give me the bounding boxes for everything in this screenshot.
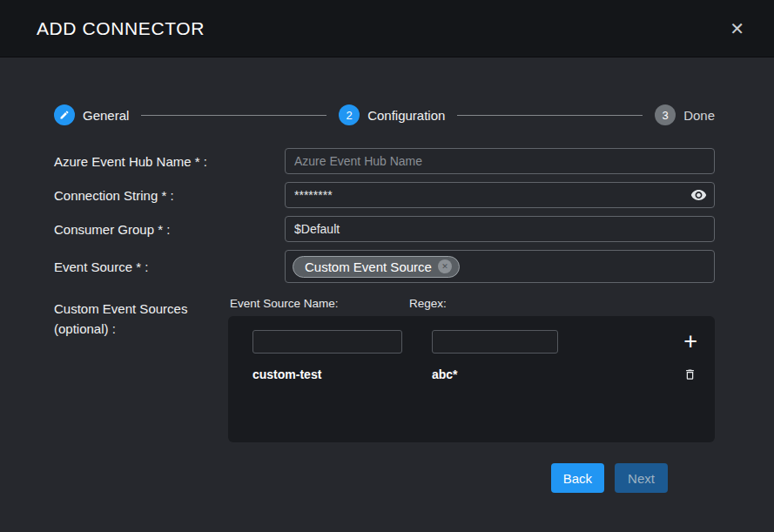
modal-title: ADD CONNECTOR [37, 18, 205, 39]
step-connector-line [141, 115, 326, 116]
consumer-group-control [285, 216, 715, 242]
new-source-row: + [252, 330, 699, 354]
stepper: General 2 Configuration 3 Done [54, 104, 715, 125]
consumer-group-label: Consumer Group * : [54, 222, 285, 237]
modal-footer: Back Next [54, 463, 668, 493]
event-source-label: Event Source * : [54, 259, 285, 274]
step-done[interactable]: 3 Done [655, 104, 715, 125]
new-source-regex-input[interactable] [432, 330, 558, 354]
modal-header: ADD CONNECTOR ✕ [0, 0, 774, 57]
step-3-number-icon: 3 [655, 104, 676, 125]
configuration-form: Azure Event Hub Name * : Connection Stri… [54, 148, 715, 493]
connection-string-row: Connection String * : [54, 182, 715, 208]
show-password-button[interactable] [690, 187, 707, 204]
regex-column-header: Regex: [409, 297, 715, 310]
eye-icon [690, 187, 707, 204]
chip-remove-icon[interactable]: ✕ [438, 259, 452, 273]
delete-source-button[interactable] [681, 367, 699, 381]
source-regex-value: abc* [432, 367, 673, 381]
event-source-chip[interactable]: Custom Event Source ✕ [293, 256, 460, 278]
custom-sources-headers: Event Source Name: Regex: [228, 297, 715, 310]
pencil-icon [54, 104, 75, 125]
connection-string-input[interactable] [285, 182, 715, 208]
plus-icon: + [683, 328, 697, 354]
custom-sources-panel: + custom-test abc* [228, 316, 715, 442]
connection-string-label: Connection String * : [54, 188, 285, 203]
next-button[interactable]: Next [615, 463, 668, 493]
hub-name-row: Azure Event Hub Name * : [54, 148, 715, 174]
step-2-number-icon: 2 [339, 104, 360, 125]
step-configuration-label: Configuration [367, 108, 445, 123]
connection-string-control [285, 182, 715, 208]
back-button[interactable]: Back [551, 463, 604, 493]
step-configuration[interactable]: 2 Configuration [339, 104, 445, 125]
source-name-value: custom-test [252, 367, 432, 381]
step-general[interactable]: General [54, 104, 129, 125]
step-general-label: General [83, 108, 129, 123]
custom-sources-row: Custom Event Sources (optional) : Event … [54, 297, 715, 442]
hub-name-control [285, 148, 715, 174]
add-connector-modal: ADD CONNECTOR ✕ General 2 Configuration … [0, 0, 774, 532]
hub-name-input[interactable] [285, 148, 715, 174]
custom-sources-label: Custom Event Sources (optional) : [54, 297, 228, 340]
event-source-input[interactable]: Custom Event Source ✕ [285, 250, 715, 283]
step-connector-line [457, 115, 643, 116]
trash-icon [683, 367, 697, 381]
event-source-control: Custom Event Source ✕ [285, 250, 715, 283]
chip-label: Custom Event Source [305, 259, 432, 274]
custom-sources-control: Event Source Name: Regex: + custom-test … [228, 297, 715, 442]
add-source-button[interactable]: + [682, 330, 699, 354]
name-column-header: Event Source Name: [230, 297, 409, 310]
new-source-name-input[interactable] [252, 330, 402, 354]
consumer-group-row: Consumer Group * : [54, 216, 715, 242]
step-done-label: Done [683, 108, 715, 123]
source-table-row: custom-test abc* [252, 367, 699, 381]
hub-name-label: Azure Event Hub Name * : [54, 154, 285, 169]
event-source-row: Event Source * : Custom Event Source ✕ [54, 250, 715, 283]
close-icon[interactable]: ✕ [726, 17, 748, 41]
consumer-group-input[interactable] [285, 216, 715, 242]
